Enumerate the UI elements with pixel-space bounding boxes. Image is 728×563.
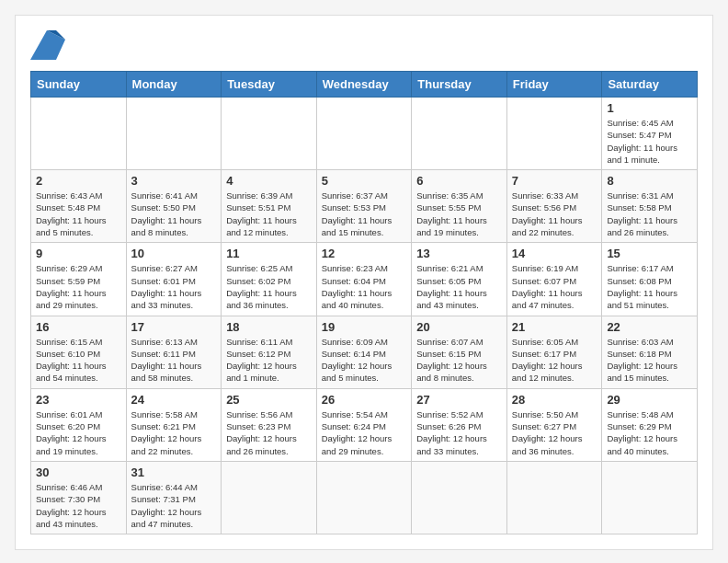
calendar-day-cell: 8Sunrise: 6:31 AM Sunset: 5:58 PM Daylig… xyxy=(602,170,698,243)
calendar-week-row: 9Sunrise: 6:29 AM Sunset: 5:59 PM Daylig… xyxy=(31,243,698,316)
header xyxy=(30,30,698,60)
calendar-day-cell: 9Sunrise: 6:29 AM Sunset: 5:59 PM Daylig… xyxy=(31,243,127,316)
day-info: Sunrise: 5:52 AM Sunset: 6:26 PM Dayligh… xyxy=(416,408,502,457)
calendar-day-cell xyxy=(316,98,412,170)
calendar-week-row: 2Sunrise: 6:43 AM Sunset: 5:48 PM Daylig… xyxy=(31,170,698,243)
day-info: Sunrise: 6:19 AM Sunset: 6:07 PM Dayligh… xyxy=(512,262,597,311)
calendar-day-header: Saturday xyxy=(602,72,698,98)
calendar-day-cell: 21Sunrise: 6:05 AM Sunset: 6:17 PM Dayli… xyxy=(506,316,602,388)
day-info: Sunrise: 6:15 AM Sunset: 6:10 PM Dayligh… xyxy=(36,336,121,385)
day-info: Sunrise: 6:35 AM Sunset: 5:55 PM Dayligh… xyxy=(416,190,502,238)
calendar-day-cell: 1Sunrise: 6:45 AM Sunset: 5:47 PM Daylig… xyxy=(602,98,698,170)
calendar-day-cell: 4Sunrise: 6:39 AM Sunset: 5:51 PM Daylig… xyxy=(222,170,317,243)
calendar-day-cell: 16Sunrise: 6:15 AM Sunset: 6:10 PM Dayli… xyxy=(31,316,127,388)
day-number: 19 xyxy=(322,320,407,334)
generalblue-logo-icon xyxy=(30,30,65,60)
day-number: 24 xyxy=(131,393,217,407)
day-info: Sunrise: 6:37 AM Sunset: 5:53 PM Dayligh… xyxy=(322,190,407,238)
calendar-day-cell: 26Sunrise: 5:54 AM Sunset: 6:24 PM Dayli… xyxy=(316,388,412,461)
day-info: Sunrise: 5:56 AM Sunset: 6:23 PM Dayligh… xyxy=(226,408,312,457)
calendar-day-cell: 25Sunrise: 5:56 AM Sunset: 6:23 PM Dayli… xyxy=(222,388,317,461)
day-number: 3 xyxy=(131,174,217,188)
day-number: 11 xyxy=(226,247,312,260)
calendar-day-cell xyxy=(222,98,317,170)
day-info: Sunrise: 6:33 AM Sunset: 5:56 PM Dayligh… xyxy=(512,190,597,238)
day-info: Sunrise: 6:29 AM Sunset: 5:59 PM Dayligh… xyxy=(36,262,121,311)
calendar-day-cell: 14Sunrise: 6:19 AM Sunset: 6:07 PM Dayli… xyxy=(506,243,602,316)
day-number: 8 xyxy=(607,174,692,188)
calendar-day-cell: 23Sunrise: 6:01 AM Sunset: 6:20 PM Dayli… xyxy=(31,388,127,461)
day-info: Sunrise: 6:31 AM Sunset: 5:58 PM Dayligh… xyxy=(607,190,692,238)
day-number: 30 xyxy=(36,465,121,479)
day-number: 2 xyxy=(36,174,121,188)
calendar-day-cell: 30Sunrise: 6:46 AM Sunset: 7:30 PM Dayli… xyxy=(31,461,127,534)
day-number: 28 xyxy=(512,393,597,407)
day-info: Sunrise: 6:27 AM Sunset: 6:01 PM Dayligh… xyxy=(131,262,217,311)
calendar-day-cell: 13Sunrise: 6:21 AM Sunset: 6:05 PM Dayli… xyxy=(412,243,507,316)
day-number: 7 xyxy=(512,174,597,188)
day-info: Sunrise: 6:39 AM Sunset: 5:51 PM Dayligh… xyxy=(226,190,312,238)
calendar-day-header: Thursday xyxy=(412,72,507,98)
calendar-day-header: Sunday xyxy=(31,72,127,98)
day-info: Sunrise: 6:17 AM Sunset: 6:08 PM Dayligh… xyxy=(607,262,692,311)
day-info: Sunrise: 6:44 AM Sunset: 7:31 PM Dayligh… xyxy=(131,481,217,530)
day-number: 16 xyxy=(36,320,121,334)
calendar-day-cell: 27Sunrise: 5:52 AM Sunset: 6:26 PM Dayli… xyxy=(412,388,507,461)
calendar-week-row: 30Sunrise: 6:46 AM Sunset: 7:30 PM Dayli… xyxy=(31,461,698,534)
day-info: Sunrise: 6:09 AM Sunset: 6:14 PM Dayligh… xyxy=(322,336,407,385)
day-info: Sunrise: 6:23 AM Sunset: 6:04 PM Dayligh… xyxy=(322,262,407,311)
calendar-day-cell xyxy=(412,461,507,534)
calendar-week-row: 16Sunrise: 6:15 AM Sunset: 6:10 PM Dayli… xyxy=(31,316,698,388)
day-number: 18 xyxy=(226,320,312,334)
calendar-day-cell: 10Sunrise: 6:27 AM Sunset: 6:01 PM Dayli… xyxy=(126,243,222,316)
calendar-day-cell xyxy=(222,461,317,534)
calendar-week-row: 23Sunrise: 6:01 AM Sunset: 6:20 PM Dayli… xyxy=(31,388,698,461)
calendar-day-cell xyxy=(316,461,412,534)
day-info: Sunrise: 6:11 AM Sunset: 6:12 PM Dayligh… xyxy=(226,336,312,385)
day-number: 6 xyxy=(416,174,502,188)
day-info: Sunrise: 6:21 AM Sunset: 6:05 PM Dayligh… xyxy=(416,262,502,311)
day-info: Sunrise: 6:46 AM Sunset: 7:30 PM Dayligh… xyxy=(36,481,121,530)
calendar-day-cell: 31Sunrise: 6:44 AM Sunset: 7:31 PM Dayli… xyxy=(126,461,222,534)
calendar-day-header: Monday xyxy=(126,72,222,98)
calendar-day-cell: 17Sunrise: 6:13 AM Sunset: 6:11 PM Dayli… xyxy=(126,316,222,388)
day-number: 10 xyxy=(131,247,217,260)
day-info: Sunrise: 5:48 AM Sunset: 6:29 PM Dayligh… xyxy=(607,408,692,457)
calendar-day-cell: 6Sunrise: 6:35 AM Sunset: 5:55 PM Daylig… xyxy=(412,170,507,243)
calendar-day-cell xyxy=(506,98,602,170)
calendar-day-cell xyxy=(126,98,222,170)
day-info: Sunrise: 6:07 AM Sunset: 6:15 PM Dayligh… xyxy=(416,336,502,385)
day-number: 5 xyxy=(322,174,407,188)
day-info: Sunrise: 6:01 AM Sunset: 6:20 PM Dayligh… xyxy=(36,408,121,457)
calendar-day-cell: 28Sunrise: 5:50 AM Sunset: 6:27 PM Dayli… xyxy=(506,388,602,461)
calendar-table: SundayMondayTuesdayWednesdayThursdayFrid… xyxy=(30,71,698,534)
day-number: 31 xyxy=(131,465,217,479)
day-number: 21 xyxy=(512,320,597,334)
calendar-day-cell: 11Sunrise: 6:25 AM Sunset: 6:02 PM Dayli… xyxy=(222,243,317,316)
day-number: 4 xyxy=(226,174,312,188)
calendar-header-row: SundayMondayTuesdayWednesdayThursdayFrid… xyxy=(31,72,698,98)
day-number: 25 xyxy=(226,393,312,407)
calendar-day-cell: 19Sunrise: 6:09 AM Sunset: 6:14 PM Dayli… xyxy=(316,316,412,388)
day-info: Sunrise: 6:43 AM Sunset: 5:48 PM Dayligh… xyxy=(36,190,121,238)
calendar-day-cell: 7Sunrise: 6:33 AM Sunset: 5:56 PM Daylig… xyxy=(506,170,602,243)
day-info: Sunrise: 6:13 AM Sunset: 6:11 PM Dayligh… xyxy=(131,336,217,385)
day-number: 29 xyxy=(607,393,692,407)
logo xyxy=(30,30,69,60)
page: SundayMondayTuesdayWednesdayThursdayFrid… xyxy=(15,15,713,550)
calendar-day-cell: 12Sunrise: 6:23 AM Sunset: 6:04 PM Dayli… xyxy=(316,243,412,316)
day-number: 14 xyxy=(512,247,597,260)
day-number: 27 xyxy=(416,393,502,407)
calendar-day-cell: 22Sunrise: 6:03 AM Sunset: 6:18 PM Dayli… xyxy=(602,316,698,388)
day-number: 13 xyxy=(416,247,502,260)
calendar-week-row: 1Sunrise: 6:45 AM Sunset: 5:47 PM Daylig… xyxy=(31,98,698,170)
day-number: 20 xyxy=(416,320,502,334)
calendar-day-header: Wednesday xyxy=(316,72,412,98)
calendar-day-header: Tuesday xyxy=(222,72,317,98)
day-info: Sunrise: 6:05 AM Sunset: 6:17 PM Dayligh… xyxy=(512,336,597,385)
day-info: Sunrise: 6:25 AM Sunset: 6:02 PM Dayligh… xyxy=(226,262,312,311)
calendar-day-cell: 3Sunrise: 6:41 AM Sunset: 5:50 PM Daylig… xyxy=(126,170,222,243)
calendar-day-cell xyxy=(412,98,507,170)
calendar-day-cell: 20Sunrise: 6:07 AM Sunset: 6:15 PM Dayli… xyxy=(412,316,507,388)
day-number: 22 xyxy=(607,320,692,334)
